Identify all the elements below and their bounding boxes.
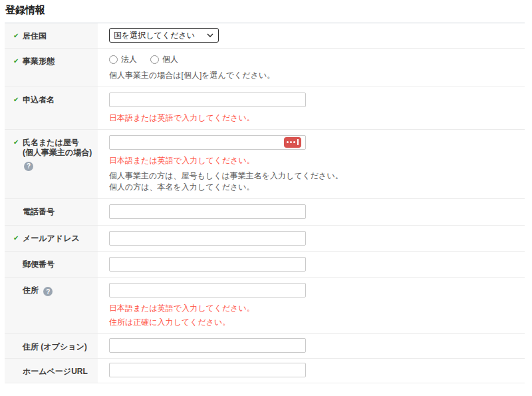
address-error-2: 住所は正確に入力してください。 [109,317,518,328]
phone-label: 電話番号 [23,207,55,216]
required-check-icon: ✔ [13,138,19,146]
help-icon[interactable]: ? [24,162,33,171]
homepage-url-input[interactable] [109,363,306,377]
address-optional-input[interactable] [109,338,306,353]
business-type-content-cell: 法人 個人 個人事業主の場合は[個人]を選んでください。 [98,49,525,87]
email-label: メールアドレス [23,234,80,243]
row-business-type: ✔ 事業形態 法人 個人 個人事業主の場合は[個人]を選んでください。 [5,49,525,87]
country-select[interactable]: 国を選択してください [109,28,219,43]
applicant-name-content-cell: 日本語または英語で入力してください。 [98,87,525,129]
row-email: ✔ メールアドレス [5,226,525,252]
applicant-name-error: 日本語または英語で入力してください。 [109,112,518,124]
row-country: ✔ 居住国 国を選択してください [5,23,525,49]
row-homepage-url: ホームページURL [5,359,525,383]
radio-corporation-label: 法人 [121,54,137,65]
address-optional-label: 住所 (オプション) [23,342,87,351]
address-optional-label-cell: 住所 (オプション) [5,334,98,358]
applicant-name-label: 申込者名 [23,95,55,104]
homepage-url-content-cell [98,359,525,383]
radio-individual-label: 個人 [162,54,178,65]
postal-code-input[interactable] [109,257,306,272]
row-phone: 電話番号 [5,199,525,226]
radio-corporation[interactable]: 法人 [109,54,137,65]
address-label-cell: 住所 ? [5,278,98,333]
registration-page: 登録情報 ✔ 居住国 国を選択してください ✔ 事業形態 [0,0,532,396]
trade-name-input-wrap [109,135,306,150]
business-type-radio-group: 法人 個人 [109,52,518,65]
phone-input[interactable] [109,204,306,219]
required-check-icon: ✔ [13,31,19,40]
country-label-cell: ✔ 居住国 [5,23,98,48]
row-postal-code: 郵便番号 [5,252,525,278]
postal-code-label-cell: 郵便番号 [5,252,98,277]
radio-circle-icon[interactable] [109,55,118,64]
country-label: 居住国 [23,31,47,41]
business-type-note: 個人事業主の場合は[個人]を選んでください。 [109,70,518,81]
required-check-icon: ✔ [13,234,19,242]
registration-form-table: ✔ 居住国 国を選択してください ✔ 事業形態 法人 [5,23,525,383]
homepage-url-label-cell: ホームページURL [5,359,98,383]
email-label-cell: ✔ メールアドレス [5,226,98,251]
phone-label-cell: 電話番号 [5,199,98,225]
radio-individual[interactable]: 個人 [150,54,178,65]
country-select-value: 国を選択してください [114,30,195,41]
required-check-icon: ✔ [13,95,19,104]
trade-name-note-2: 個人の方は、本名を入力してください。 [109,182,518,193]
trade-name-label-cell: ✔ 氏名または屋号 (個人事業主の場合) ? [5,130,98,198]
business-type-label-cell: ✔ 事業形態 [5,49,98,87]
homepage-url-label: ホームページURL [23,367,88,376]
required-check-icon: ✔ [13,57,19,65]
applicant-name-label-cell: ✔ 申込者名 [5,87,98,129]
row-address-optional: 住所 (オプション) [5,334,525,359]
trade-name-label-sub: (個人事業主の場合) [23,148,94,158]
phone-content-cell [98,199,525,225]
address-label: 住所 [23,286,39,295]
address-error-1: 日本語または英語で入力してください。 [109,303,518,314]
radio-circle-icon[interactable] [150,55,159,64]
row-applicant-name: ✔ 申込者名 日本語または英語で入力してください。 [5,87,525,130]
email-content-cell [98,226,525,251]
page-title: 登録情報 [5,4,525,17]
trade-name-input[interactable] [109,135,306,150]
address-content-cell: 日本語または英語で入力してください。 住所は正確に入力してください。 [98,278,525,333]
trade-name-label: 氏名または屋号 [23,138,94,148]
autofill-extension-icon[interactable] [284,137,301,148]
trade-name-content-cell: 日本語または英語で入力してください。 個人事業主の方は、屋号もしくは事業主名を入… [98,130,525,198]
country-content-cell: 国を選択してください [98,23,525,48]
trade-name-error: 日本語または英語で入力してください。 [109,155,518,166]
row-address: 住所 ? 日本語または英語で入力してください。 住所は正確に入力してください。 [5,278,525,334]
address-input[interactable] [109,283,306,297]
postal-code-content-cell [98,252,525,277]
help-icon[interactable]: ? [43,287,53,296]
row-trade-name: ✔ 氏名または屋号 (個人事業主の場合) ? 日本語または英語で入力してください… [5,130,525,199]
business-type-label: 事業形態 [23,57,55,66]
applicant-name-input[interactable] [109,93,306,107]
chevron-down-icon [207,33,213,37]
postal-code-label: 郵便番号 [23,260,55,269]
email-input[interactable] [109,231,306,246]
trade-name-note-1: 個人事業主の方は、屋号もしくは事業主名を入力してください。 [109,170,518,182]
address-optional-content-cell [98,334,525,358]
